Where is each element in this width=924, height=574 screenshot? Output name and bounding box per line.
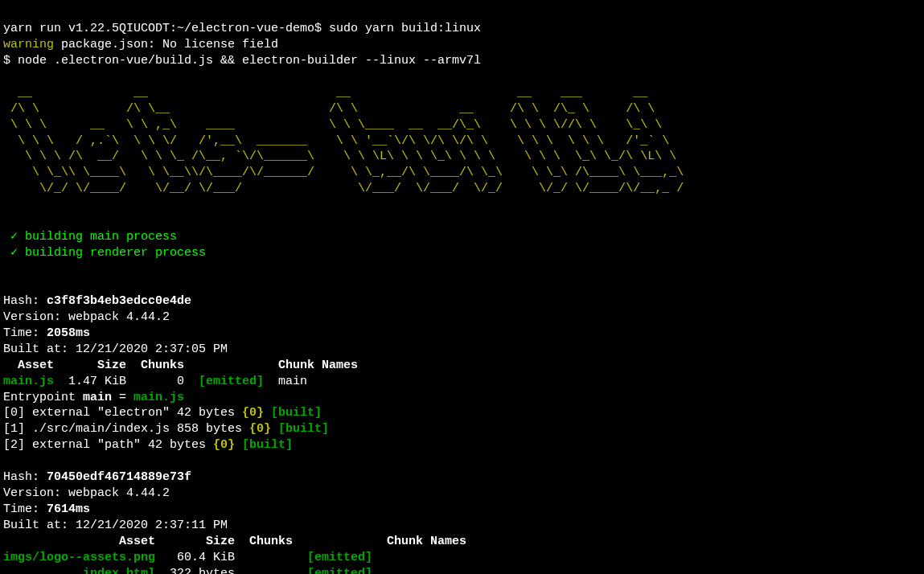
warning-label: warning — [3, 38, 54, 51]
module-chunk-id: {0} — [213, 438, 235, 452]
asset-indexhtml: index.html — [83, 567, 155, 574]
version-label: Version: — [3, 486, 68, 500]
entrypoint-file: main.js — [133, 391, 184, 404]
time-label: Time: — [3, 326, 47, 340]
entrypoint-name: main — [83, 391, 112, 404]
asset-row-rest: 60.4 KiB — [155, 551, 307, 564]
asset-mainjs: main.js — [3, 375, 54, 388]
ascii-art-line: __ __ __ __ ___ __ — [3, 86, 662, 100]
module-chunk-id: {0} — [242, 406, 264, 420]
ascii-art-line: \ \ \ __ \ \ ,_\ ____ \ \ \____ __ __/\_… — [3, 118, 662, 132]
progress-main: ✓ building main process — [3, 230, 177, 244]
terminal-output: yarn run v1.22.5QIUCODT:~/electron-vue-d… — [0, 0, 924, 574]
table-header: Asset Size Chunks Chunk Names — [3, 359, 358, 372]
built-badge: [built] — [264, 406, 322, 420]
table-header: Asset Size Chunks Chunk Names — [3, 535, 466, 548]
emitted-badge: [emitted] — [307, 567, 372, 574]
prompt-prefix: yarn run v1.22.5QIUCODT:~/electron-vue-d… — [3, 22, 329, 35]
time-value: 7614ms — [47, 502, 90, 516]
ascii-art-line: \ \_\\ \____\ \ \__\\/\____/\/______/ \ … — [3, 166, 684, 179]
chunk-name: main — [264, 375, 307, 388]
asset-row-rest: 1.47 KiB 0 — [54, 375, 199, 388]
built-value: 12/21/2020 2:37:05 PM — [76, 342, 228, 356]
module-row: [0] external "electron" 42 bytes — [3, 406, 242, 420]
ascii-art-line: /\ \ /\ \__ /\ \ __ /\ \ /\_ \ /\ \ — [3, 102, 662, 116]
prompt-line: yarn run v1.22.5QIUCODT:~/electron-vue-d… — [3, 22, 481, 35]
module-row: [1] ./src/main/index.js 858 bytes — [3, 422, 249, 436]
ascii-art-line: \/_/ \/____/ \/__/ \/___/ \/___/ \/___/ … — [3, 182, 684, 195]
version-value: webpack 4.44.2 — [68, 486, 170, 500]
hash-label: Hash: — [3, 294, 47, 308]
ascii-art-line: \ \ \ / ,.`\ \ \ \/ /',__\ _______ \ \ '… — [3, 134, 669, 148]
built-label: Built at: — [3, 342, 76, 356]
asset-row-rest: 322 bytes — [155, 567, 307, 574]
built-label: Built at: — [3, 519, 76, 532]
version-label: Version: — [3, 310, 68, 324]
time-value: 2058ms — [47, 326, 90, 340]
ascii-art-line: \ \ \ /\ __/ \ \ \_ /\__, `\/\______\ \ … — [3, 150, 676, 163]
hash-label: Hash: — [3, 470, 47, 484]
built-value: 12/21/2020 2:37:11 PM — [76, 519, 228, 532]
built-badge: [built] — [235, 438, 293, 452]
build-command: $ node .electron-vue/build.js && electro… — [3, 54, 481, 68]
version-value: webpack 4.44.2 — [68, 310, 170, 324]
entrypoint-eq: = — [112, 391, 133, 404]
command-text: sudo yarn build:linux — [329, 22, 481, 35]
built-badge: [built] — [271, 422, 329, 436]
emitted-badge: [emitted] — [199, 375, 264, 388]
asset-logo: imgs/logo--assets.png — [3, 551, 155, 564]
emitted-badge: [emitted] — [307, 551, 372, 564]
time-label: Time: — [3, 502, 47, 516]
progress-renderer: ✓ building renderer process — [3, 246, 206, 260]
entrypoint-pre: Entrypoint — [3, 391, 83, 404]
module-chunk-id: {0} — [249, 422, 271, 436]
hash-value: c3f8f3b4eb3edcc0e4de — [47, 294, 191, 308]
hash-value: 70450edf46714889e73f — [47, 470, 191, 484]
asset-pad — [3, 567, 83, 574]
module-row: [2] external "path" 42 bytes — [3, 438, 213, 452]
warning-text: package.json: No license field — [54, 38, 278, 51]
